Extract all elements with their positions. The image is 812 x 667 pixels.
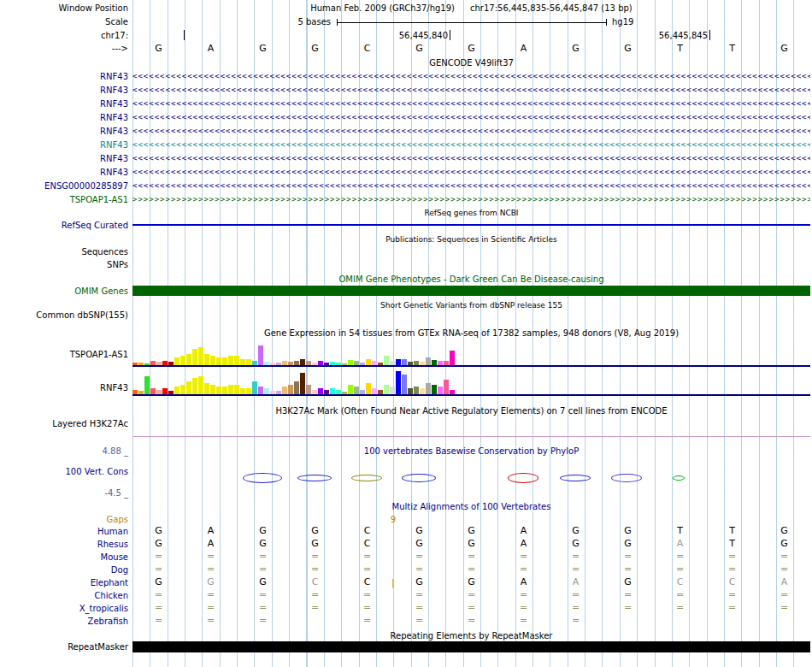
- species-label[interactable]: Mouse: [0, 552, 128, 563]
- alignment-base: =: [550, 589, 602, 601]
- omim-gene-item[interactable]: [132, 286, 810, 296]
- gtex-tissue-bar[interactable]: [300, 373, 305, 395]
- gtex-tissue-bar[interactable]: [402, 375, 407, 395]
- gtex-gene2-label[interactable]: RNF43: [0, 382, 128, 393]
- alignment-base: =: [393, 589, 445, 601]
- gene-label[interactable]: RNF43: [0, 85, 128, 96]
- alignment-row: GAGGCGGAGGATG: [132, 538, 810, 550]
- gtex-tissue-bar[interactable]: [444, 380, 449, 395]
- gene-label[interactable]: RNF43: [0, 167, 128, 178]
- alignment-base: G: [445, 538, 497, 550]
- refseq-gene-item[interactable]: [132, 224, 810, 226]
- base-letter: G: [445, 43, 497, 55]
- alignment-base: =: [550, 551, 602, 563]
- sequences-label[interactable]: Sequences: [0, 246, 128, 257]
- gene-label[interactable]: ENSG00000285897: [0, 180, 128, 192]
- alignment-base: =: [132, 589, 185, 601]
- gtex-tissue-bar[interactable]: [198, 347, 203, 366]
- snps-label[interactable]: SNPs: [0, 259, 128, 270]
- gene-label[interactable]: RNF43: [0, 98, 128, 109]
- gtex-tissue-bar[interactable]: [396, 371, 401, 395]
- species-label[interactable]: X_tropicalis: [0, 603, 128, 614]
- alignment-row: =============: [132, 602, 810, 614]
- species-label[interactable]: Rhesus: [0, 539, 128, 550]
- gtex-tissue-bar[interactable]: [258, 345, 263, 366]
- gene-label[interactable]: TSPOAP1-AS1: [0, 194, 128, 205]
- gtex-tissue-bar[interactable]: [186, 354, 191, 366]
- gaps-label[interactable]: Gaps: [0, 514, 128, 525]
- dbsnp-label[interactable]: Common dbSNP(155): [0, 310, 128, 321]
- alignment-base: =: [497, 564, 550, 576]
- repeatmasker-label[interactable]: RepeatMasker: [0, 641, 128, 652]
- base-letter: T: [654, 43, 706, 55]
- gtex-tissue-bar[interactable]: [366, 383, 371, 395]
- conservation-peak[interactable]: [611, 474, 642, 482]
- conservation-peak[interactable]: [243, 473, 282, 483]
- gtex-tissue-bar[interactable]: [294, 381, 299, 395]
- gtex-tissue-bar[interactable]: [144, 376, 150, 395]
- gtex-tissue-bar[interactable]: [426, 383, 431, 395]
- alignment-base: =: [706, 602, 758, 614]
- gene-transcript-reverse[interactable]: <<<<<<<<<<<<<<<<<<<<<<<<<<<<<<<<<<<<<<<<…: [132, 113, 810, 122]
- conservation-peak[interactable]: [402, 474, 436, 482]
- species-label[interactable]: Elephant: [0, 577, 128, 588]
- conservation-peak[interactable]: [297, 475, 332, 481]
- gene-label[interactable]: RNF43: [0, 139, 128, 151]
- gtex-baseline: [132, 365, 810, 367]
- gene-label[interactable]: RNF43: [0, 71, 128, 82]
- gene-transcript-reverse[interactable]: <<<<<<<<<<<<<<<<<<<<<<<<<<<<<<<<<<<<<<<<…: [132, 127, 810, 136]
- gtex-tissue-bar[interactable]: [198, 376, 203, 395]
- gene-transcript-reverse[interactable]: <<<<<<<<<<<<<<<<<<<<<<<<<<<<<<<<<<<<<<<<…: [132, 168, 810, 177]
- gtex-tissue-bar[interactable]: [192, 349, 197, 366]
- gtex-tissue-bar[interactable]: [204, 383, 209, 395]
- scale-label: Scale: [0, 16, 128, 27]
- gene-transcript-reverse[interactable]: <<<<<<<<<<<<<<<<<<<<<<<<<<<<<<<<<<<<<<<<…: [132, 99, 810, 109]
- alignment-base: =: [237, 589, 289, 601]
- gtex-tissue-bar[interactable]: [192, 378, 197, 395]
- base-letter: G: [393, 43, 445, 55]
- alignment-base: =: [341, 551, 393, 563]
- gtex-tissue-bar[interactable]: [186, 381, 191, 395]
- header-position-line: Human Feb. 2009 (GRCh37/hg19)chr17:56,44…: [132, 3, 810, 14]
- alignment-base: =: [185, 602, 237, 614]
- refseq-curated-label[interactable]: RefSeq Curated: [0, 220, 128, 231]
- species-label[interactable]: Zebrafish: [0, 616, 128, 627]
- gene-transcript-reverse[interactable]: <<<<<<<<<<<<<<<<<<<<<<<<<<<<<<<<<<<<<<<<…: [132, 154, 810, 163]
- alignment-base: A: [550, 576, 602, 588]
- conservation-label[interactable]: 100 Vert. Cons: [0, 466, 128, 477]
- gtex-tissue-bar[interactable]: [450, 351, 455, 366]
- gene-label[interactable]: RNF43: [0, 126, 128, 137]
- gtex-tissue-bar[interactable]: [204, 354, 209, 366]
- conservation-peak[interactable]: [351, 475, 382, 481]
- scale-bar: [337, 19, 607, 26]
- gene-transcript-reverse[interactable]: <<<<<<<<<<<<<<<<<<<<<<<<<<<<<<<<<<<<<<<<…: [132, 140, 810, 150]
- alignment-base: C: [289, 576, 341, 588]
- alignment-base: G: [602, 538, 654, 550]
- alignment-base: [654, 615, 706, 627]
- gene-label[interactable]: RNF43: [0, 112, 128, 123]
- species-label[interactable]: Human: [0, 526, 128, 537]
- gtex-gene1-label[interactable]: TSPOAP1-AS1: [0, 349, 128, 360]
- gene-transcript-reverse[interactable]: <<<<<<<<<<<<<<<<<<<<<<<<<<<<<<<<<<<<<<<<…: [132, 72, 810, 81]
- gene-transcript-reverse[interactable]: <<<<<<<<<<<<<<<<<<<<<<<<<<<<<<<<<<<<<<<<…: [132, 181, 810, 191]
- base-letter: C: [341, 43, 393, 55]
- gtex-tissue-bar[interactable]: [252, 381, 257, 395]
- conservation-peak[interactable]: [560, 475, 591, 481]
- species-label[interactable]: Dog: [0, 564, 128, 576]
- alignment-base: =: [289, 589, 341, 601]
- alignment-base: =: [550, 615, 602, 627]
- repeatmasker-item[interactable]: [132, 641, 810, 652]
- alignment-base: G: [550, 538, 602, 550]
- gene-label[interactable]: RNF43: [0, 153, 128, 164]
- omim-genes-label[interactable]: OMIM Genes: [0, 286, 128, 297]
- species-label[interactable]: Chicken: [0, 590, 128, 601]
- alignment-base: =: [445, 602, 497, 614]
- alignment-base: A: [758, 576, 810, 588]
- conservation-peak[interactable]: [673, 475, 685, 481]
- coord-tick: [184, 30, 185, 40]
- alignment-base: =: [602, 551, 654, 563]
- gene-transcript-forward[interactable]: >>>>>>>>>>>>>>>>>>>>>>>>>>>>>>>>>>>>>>>>…: [132, 195, 810, 204]
- conservation-peak[interactable]: [508, 473, 538, 483]
- gene-transcript-reverse[interactable]: <<<<<<<<<<<<<<<<<<<<<<<<<<<<<<<<<<<<<<<<…: [132, 86, 810, 95]
- h3k27ac-label[interactable]: Layered H3K27Ac: [0, 418, 128, 429]
